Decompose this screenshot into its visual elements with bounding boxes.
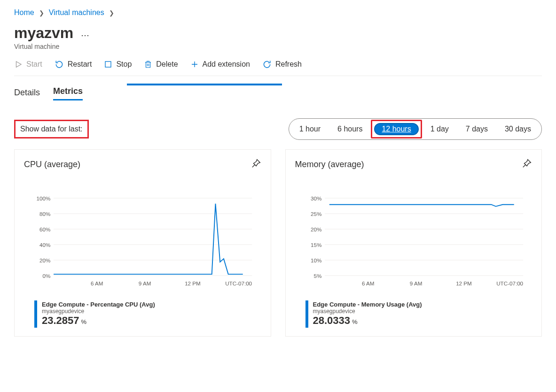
pin-button[interactable]: [251, 158, 261, 170]
page-title: myazvm: [14, 24, 73, 42]
trash-icon: [144, 60, 152, 69]
restart-icon: [55, 60, 64, 69]
command-bar: Start Restart Stop Delete Add extension …: [14, 50, 542, 76]
svg-text:10%: 10%: [310, 257, 321, 263]
tab-indicator-extra: [127, 84, 282, 85]
svg-text:UTC-07:00: UTC-07:00: [496, 280, 523, 286]
svg-text:6 AM: 6 AM: [91, 280, 103, 286]
svg-text:15%: 15%: [310, 242, 321, 248]
start-button: Start: [14, 60, 42, 69]
legend-color-bar: [34, 300, 37, 328]
cpu-card: CPU (average) 0% 20% 40% 60% 80% 100%: [14, 149, 271, 337]
plus-icon: [190, 60, 199, 69]
resource-type-label: Virtual machine: [14, 43, 542, 50]
add-extension-button[interactable]: Add extension: [190, 60, 250, 69]
svg-text:40%: 40%: [39, 242, 50, 248]
svg-text:20%: 20%: [310, 226, 321, 232]
svg-text:9 AM: 9 AM: [139, 280, 151, 286]
memory-chart: 5% 10% 15% 20% 25% 30% 6 AM 9 AM 12 PM U…: [295, 184, 533, 294]
svg-text:25%: 25%: [310, 211, 321, 217]
stop-icon: [104, 60, 112, 69]
legend-metric-name: Edge Compute - Memory Usage (Avg): [313, 301, 422, 308]
svg-text:UTC-07:00: UTC-07:00: [225, 280, 252, 286]
legend-resource-name: myasegpudevice: [313, 308, 422, 315]
legend-color-bar: [305, 300, 308, 328]
svg-text:80%: 80%: [39, 211, 50, 217]
cpu-card-title: CPU (average): [24, 160, 80, 169]
breadcrumb: Home ❯ Virtual machines ❯: [14, 0, 542, 23]
more-actions-button[interactable]: ⋯: [81, 24, 89, 40]
pin-button[interactable]: [522, 158, 532, 170]
pin-icon: [522, 158, 532, 169]
svg-text:30%: 30%: [310, 195, 321, 201]
cpu-unit: %: [81, 318, 87, 325]
memory-card: Memory (average) 5% 10% 15% 20% 25% 30% …: [285, 149, 542, 337]
chevron-right-icon: ❯: [109, 9, 114, 16]
refresh-button[interactable]: Refresh: [262, 60, 302, 69]
legend-metric-name: Edge Compute - Percentage CPU (Avg): [42, 301, 155, 308]
svg-text:20%: 20%: [39, 257, 50, 263]
filter-label: Show data for last:: [14, 120, 89, 138]
time-range-filter: Show data for last: 1 hour 6 hours 12 ho…: [14, 118, 542, 140]
svg-rect-0: [105, 61, 111, 67]
pill-7days[interactable]: 7 days: [457, 123, 496, 135]
svg-text:9 AM: 9 AM: [409, 280, 422, 286]
pill-30days[interactable]: 30 days: [496, 123, 540, 135]
pill-1day[interactable]: 1 day: [422, 123, 457, 135]
pill-12hours[interactable]: 12 hours: [374, 123, 418, 135]
restart-button[interactable]: Restart: [55, 60, 92, 69]
memory-legend: Edge Compute - Memory Usage (Avg) myaseg…: [295, 300, 533, 328]
chevron-right-icon: ❯: [39, 9, 44, 16]
cpu-chart: 0% 20% 40% 60% 80% 100% 6 AM 9 AM 12 PM …: [24, 184, 261, 294]
time-range-pills: 1 hour 6 hours 12 hours 1 day 7 days 30 …: [289, 118, 542, 140]
svg-text:100%: 100%: [37, 195, 51, 201]
memory-card-title: Memory (average): [295, 160, 364, 169]
memory-unit: %: [352, 318, 358, 325]
cpu-legend: Edge Compute - Percentage CPU (Avg) myas…: [24, 300, 261, 328]
delete-button[interactable]: Delete: [144, 60, 178, 69]
svg-text:6 AM: 6 AM: [361, 280, 374, 286]
play-icon: [14, 60, 23, 69]
stop-button[interactable]: Stop: [104, 60, 132, 69]
tab-details[interactable]: Details: [14, 85, 40, 100]
svg-text:0%: 0%: [42, 273, 50, 279]
pill-1hour[interactable]: 1 hour: [291, 123, 329, 135]
breadcrumb-virtual-machines[interactable]: Virtual machines: [49, 8, 104, 17]
svg-text:12 PM: 12 PM: [456, 280, 472, 286]
svg-text:12 PM: 12 PM: [185, 280, 201, 286]
pill-6hours[interactable]: 6 hours: [329, 123, 371, 135]
memory-value: 28.0333: [313, 315, 351, 327]
svg-text:5%: 5%: [313, 273, 321, 279]
breadcrumb-home[interactable]: Home: [14, 8, 34, 17]
pin-icon: [251, 158, 261, 169]
legend-resource-name: myasegpudevice: [42, 308, 155, 315]
svg-text:60%: 60%: [39, 226, 50, 232]
cpu-value: 23.2857: [42, 315, 79, 327]
tab-metrics[interactable]: Metrics: [53, 84, 83, 100]
tabs: Details Metrics: [14, 76, 542, 100]
refresh-icon: [262, 60, 272, 69]
